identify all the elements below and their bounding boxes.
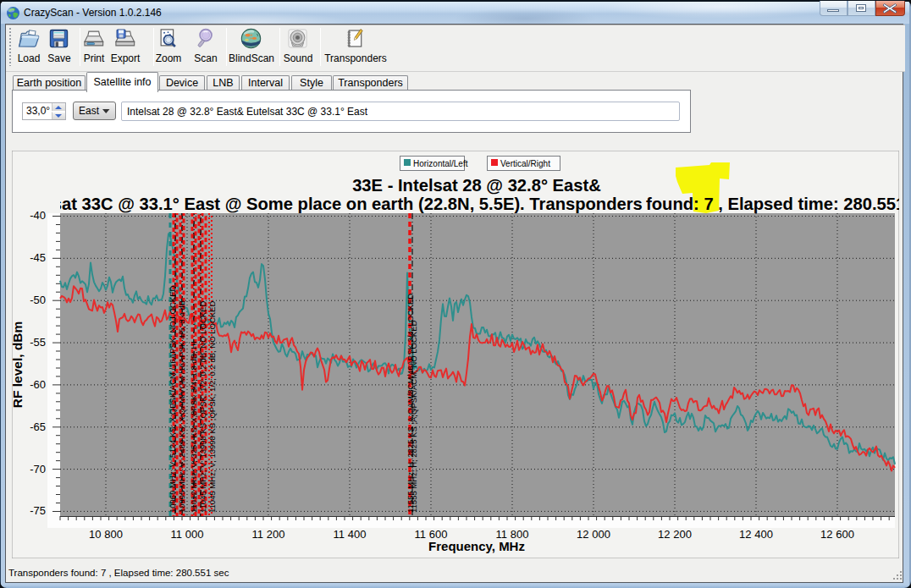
svg-text:11012 MHz; V; 3254 KS; X;8PSK: 11012 MHz; V; 3254 KS; X;8PSK 3/4; 1.8 d… <box>189 341 198 513</box>
svg-text:-45: -45 <box>30 251 46 264</box>
svg-text:11045 MHz; V; 13998 KS ;QPSK;: 11045 MHz; V; 13998 KS ;QPSK; 1/2; 0.2 d… <box>207 301 217 513</box>
svg-text:12 600: 12 600 <box>820 528 854 541</box>
svg-text:-50: -50 <box>30 294 46 306</box>
svg-text:12 400: 12 400 <box>739 528 773 541</box>
svg-text:Horizontal/Left: Horizontal/Left <box>413 159 468 168</box>
svg-text:RF level, dBm: RF level, dBm <box>12 321 25 409</box>
svg-text:-40: -40 <box>30 209 46 222</box>
svg-text:-60: -60 <box>30 378 46 391</box>
svg-text:-75: -75 <box>30 504 46 517</box>
svg-text:10995 MHz; V; 2489 KS; X;QAM/V: 10995 MHz; V; 2489 KS; X;QAM/VCM /16APSK… <box>177 300 186 513</box>
svg-text:11 200: 11 200 <box>252 528 285 541</box>
svg-text:Vertical/Right: Vertical/Right <box>500 159 550 168</box>
svg-text:Eutelsat 33C @ 33.1° East @ So: Eutelsat 33C @ 33.1° East @ Some place o… <box>12 195 899 213</box>
svg-text:11045 MHz; V; 13998 KS ;QPSK;: 11045 MHz; V; 13998 KS ;QPSK; 1/2; 0.2 d… <box>198 301 207 513</box>
svg-text:-65: -65 <box>30 420 46 433</box>
svg-text:33E - Intelsat 28 @ 32.8° East: 33E - Intelsat 28 @ 32.8° East& <box>352 176 601 195</box>
svg-text:Frequency, MHz: Frequency, MHz <box>428 539 525 553</box>
svg-text:12 200: 12 200 <box>658 528 692 541</box>
svg-text:11555 MHz; H; 2825 KS ;A;QPSK/: 11555 MHz; H; 2825 KS ;A;QPSK/ACM; NO LO… <box>409 320 418 513</box>
svg-text:11 400: 11 400 <box>334 528 367 541</box>
svg-text:-55: -55 <box>30 336 46 349</box>
svg-text:10969 MHz; V; 5124 KS; X;QPSK/: 10969 MHz; V; 5124 KS; X;QPSK/ACM /16APS… <box>168 285 177 513</box>
svg-text:10 800: 10 800 <box>89 528 123 541</box>
svg-text:-70: -70 <box>30 463 46 475</box>
svg-text:12 000: 12 000 <box>577 528 610 541</box>
svg-text:11 000: 11 000 <box>171 528 204 541</box>
